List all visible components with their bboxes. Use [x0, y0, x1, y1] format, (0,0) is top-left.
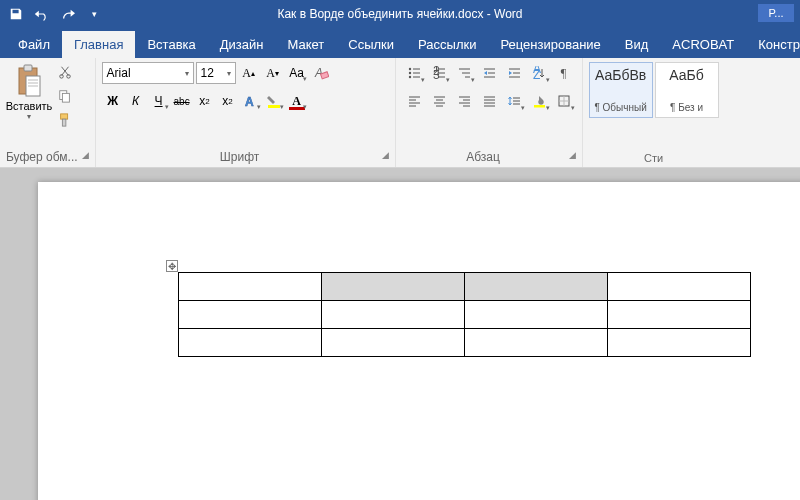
save-icon[interactable] — [4, 3, 28, 25]
table-cell[interactable] — [608, 301, 751, 329]
highlight-icon[interactable] — [263, 90, 285, 112]
table-cell[interactable] — [322, 301, 465, 329]
table-cell[interactable] — [179, 329, 322, 357]
table-cell[interactable] — [608, 329, 751, 357]
tab-конструкт[interactable]: Конструкт — [746, 31, 800, 58]
undo-icon[interactable] — [30, 3, 54, 25]
numbering-icon[interactable]: 123 — [427, 62, 451, 84]
clipboard-icon — [13, 62, 45, 100]
table-cell[interactable] — [322, 329, 465, 357]
bullets-icon[interactable] — [402, 62, 426, 84]
line-spacing-icon[interactable] — [502, 90, 526, 112]
svg-rect-1 — [24, 65, 32, 71]
tab-главная[interactable]: Главная — [62, 31, 135, 58]
change-case-icon[interactable]: Aa — [286, 62, 308, 84]
chevron-down-icon: ▾ — [27, 112, 31, 121]
justify-icon[interactable] — [477, 90, 501, 112]
style-item[interactable]: АаБб¶ Без и — [655, 62, 719, 118]
dialog-launcher-icon[interactable]: ◢ — [82, 150, 89, 160]
group-clipboard: Вставить ▾ Буфер обм...◢ — [0, 58, 96, 167]
style-name: ¶ Без и — [658, 102, 716, 113]
align-right-icon[interactable] — [452, 90, 476, 112]
clear-format-icon[interactable]: A — [310, 62, 332, 84]
decrease-indent-icon[interactable] — [477, 62, 501, 84]
dialog-launcher-icon[interactable]: ◢ — [382, 150, 389, 160]
svg-text:A: A — [245, 95, 254, 109]
table-cell[interactable] — [179, 273, 322, 301]
group-font: Arial▾ 12▾ A▴ A▾ Aa A Ж К Ч abc x2 x2 A … — [96, 58, 396, 167]
tab-файл[interactable]: Файл — [6, 31, 62, 58]
table-cell[interactable] — [465, 273, 608, 301]
document-table[interactable] — [178, 272, 751, 357]
table-cell[interactable] — [179, 301, 322, 329]
account-badge[interactable]: P... — [758, 4, 794, 22]
svg-point-18 — [408, 72, 410, 74]
bold-button[interactable]: Ж — [102, 90, 124, 112]
multilevel-icon[interactable] — [452, 62, 476, 84]
paste-button[interactable]: Вставить ▾ — [6, 62, 52, 130]
svg-text:Z: Z — [533, 68, 540, 80]
subscript-button[interactable]: x2 — [194, 90, 216, 112]
tab-вставка[interactable]: Вставка — [135, 31, 207, 58]
table-cell[interactable] — [465, 329, 608, 357]
italic-button[interactable]: К — [125, 90, 147, 112]
dialog-launcher-icon[interactable]: ◢ — [569, 150, 576, 160]
svg-text:3: 3 — [433, 68, 440, 80]
align-center-icon[interactable] — [427, 90, 451, 112]
tab-дизайн[interactable]: Дизайн — [208, 31, 276, 58]
window-title: Как в Ворде объединить ячейки.docx - Wor… — [277, 7, 522, 21]
table-move-handle-icon[interactable]: ✥ — [166, 260, 178, 272]
page: ✥ — [38, 182, 800, 500]
font-color-icon[interactable]: A — [286, 90, 308, 112]
group-paragraph: 123 AZ ¶ Абзац◢ — [396, 58, 583, 167]
superscript-button[interactable]: x2 — [217, 90, 239, 112]
document-area[interactable]: ✥ — [0, 168, 800, 500]
style-name: ¶ Обычный — [592, 102, 650, 113]
ribbon-tabs: ФайлГлавнаяВставкаДизайнМакетСсылкиРассы… — [0, 28, 800, 58]
font-name-combo[interactable]: Arial▾ — [102, 62, 194, 84]
increase-indent-icon[interactable] — [502, 62, 526, 84]
table-cell[interactable] — [608, 273, 751, 301]
underline-button[interactable]: Ч — [148, 90, 170, 112]
shading-icon[interactable] — [527, 90, 551, 112]
title-bar: ▾ Как в Ворде объединить ячейки.docx - W… — [0, 0, 800, 28]
svg-rect-9 — [62, 93, 69, 102]
table-cell[interactable] — [322, 273, 465, 301]
tab-вид[interactable]: Вид — [613, 31, 661, 58]
grow-font-icon[interactable]: A▴ — [238, 62, 260, 84]
group-styles: АаБбВв¶ ОбычныйАаБб¶ Без и Сти — [583, 58, 725, 167]
tab-acrobat[interactable]: ACROBAT — [660, 31, 746, 58]
group-label-font: Шрифт◢ — [102, 149, 389, 165]
redo-icon[interactable] — [56, 3, 80, 25]
svg-rect-15 — [268, 105, 280, 108]
group-label-clipboard: Буфер обм...◢ — [6, 149, 89, 165]
style-preview: АаБбВв — [595, 67, 646, 83]
svg-point-16 — [408, 68, 410, 70]
tab-ссылки[interactable]: Ссылки — [336, 31, 406, 58]
sort-icon[interactable]: AZ — [527, 62, 551, 84]
cut-icon[interactable] — [54, 62, 76, 82]
tab-макет[interactable]: Макет — [275, 31, 336, 58]
paste-label: Вставить — [6, 100, 53, 112]
font-size-combo[interactable]: 12▾ — [196, 62, 236, 84]
svg-rect-10 — [61, 114, 68, 119]
show-marks-icon[interactable]: ¶ — [552, 62, 576, 84]
quick-access-toolbar: ▾ — [4, 3, 106, 25]
format-painter-icon[interactable] — [54, 110, 76, 130]
tab-рецензирование[interactable]: Рецензирование — [488, 31, 612, 58]
strike-button[interactable]: abc — [171, 90, 193, 112]
style-item[interactable]: АаБбВв¶ Обычный — [589, 62, 653, 118]
borders-icon[interactable] — [552, 90, 576, 112]
style-preview: АаБб — [669, 67, 704, 83]
svg-rect-11 — [62, 119, 66, 126]
text-effects-icon[interactable]: A — [240, 90, 262, 112]
shrink-font-icon[interactable]: A▾ — [262, 62, 284, 84]
copy-icon[interactable] — [54, 86, 76, 106]
tab-рассылки[interactable]: Рассылки — [406, 31, 488, 58]
table-cell[interactable] — [465, 301, 608, 329]
group-label-styles: Сти — [589, 151, 719, 165]
align-left-icon[interactable] — [402, 90, 426, 112]
group-label-paragraph: Абзац◢ — [402, 149, 576, 165]
styles-gallery[interactable]: АаБбВв¶ ОбычныйАаБб¶ Без и — [589, 62, 719, 118]
qat-customize-icon[interactable]: ▾ — [82, 3, 106, 25]
